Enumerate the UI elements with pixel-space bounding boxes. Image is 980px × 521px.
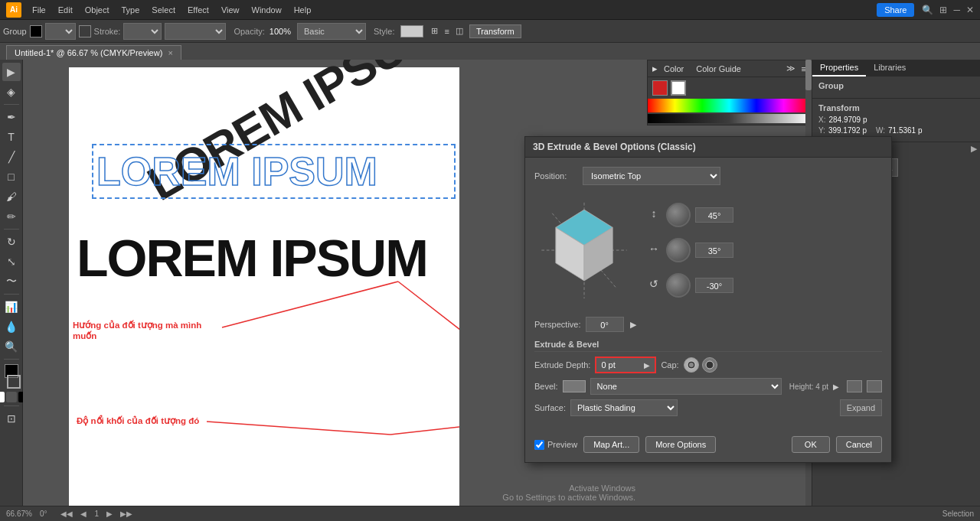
rot-z-dial[interactable]: [666, 273, 691, 298]
rot-x-value[interactable]: 45°: [695, 207, 733, 223]
stroke-weight-select[interactable]: [123, 23, 162, 40]
paintbrush-tool[interactable]: 🖌: [2, 187, 21, 206]
color-panel: ▸ Color Color Guide ≫ ≡: [647, 60, 812, 125]
document-tab[interactable]: Untitled-1* @ 66.67 % (CMYK/Preview) ×: [6, 45, 181, 60]
search-icon[interactable]: 🔍: [922, 5, 933, 15]
preview-label[interactable]: Preview: [534, 440, 577, 450]
line-tool[interactable]: ╱: [2, 148, 21, 166]
color-lightness-bar[interactable]: [648, 114, 811, 123]
window-icon[interactable]: ⊞: [939, 5, 947, 15]
align-icon[interactable]: ≡: [444, 27, 449, 36]
bevel-up-btn[interactable]: [847, 380, 862, 392]
normal-mode-btn[interactable]: [0, 392, 5, 402]
menu-file[interactable]: File: [28, 4, 51, 16]
color-guide-tab[interactable]: Color Guide: [696, 64, 741, 73]
menu-effect[interactable]: Effect: [183, 4, 214, 16]
height-expand-btn[interactable]: ▶: [833, 383, 839, 391]
screen-mode-btn[interactable]: ⊡: [2, 409, 21, 428]
transform-icon[interactable]: ⊞: [431, 26, 438, 36]
rot-y-value[interactable]: 35°: [695, 243, 733, 258]
perspective-value[interactable]: 0°: [586, 317, 624, 332]
prev-page-btn[interactable]: ◀◀: [60, 510, 73, 518]
rot-z-value[interactable]: -30°: [695, 278, 733, 293]
stroke-color-box[interactable]: [671, 80, 686, 96]
close-icon[interactable]: ✕: [966, 5, 974, 15]
next-page-btn[interactable]: ▶▶: [120, 510, 132, 518]
position-select[interactable]: Isometric Top Isometric Bottom Isometric…: [583, 167, 720, 185]
menu-select[interactable]: Select: [147, 4, 180, 16]
properties-tab[interactable]: Properties: [812, 60, 866, 77]
more-options-button[interactable]: More Options: [645, 436, 716, 453]
tab-close-button[interactable]: ×: [168, 48, 172, 57]
pathfinder-icon[interactable]: ◫: [456, 26, 463, 36]
scale-tool[interactable]: ⤡: [2, 252, 21, 271]
cancel-button[interactable]: Cancel: [836, 436, 882, 453]
graph-tool[interactable]: 📊: [2, 298, 21, 316]
zoom-tool[interactable]: 🔍: [2, 337, 21, 356]
cap-btn-filled[interactable]: [684, 357, 699, 373]
lorem-selected-box[interactable]: LOREM IPSUM: [92, 144, 456, 199]
map-art-button[interactable]: Map Art...: [583, 436, 639, 453]
color-spectrum-bar[interactable]: [648, 99, 811, 112]
menu-window[interactable]: Window: [247, 4, 286, 16]
fill-type-select[interactable]: [45, 23, 76, 40]
share-button[interactable]: Share: [877, 3, 914, 17]
bevel-down-btn[interactable]: [867, 380, 882, 392]
zoom-level[interactable]: 66.67%: [6, 510, 32, 518]
menu-help[interactable]: Help: [289, 4, 316, 16]
rot-y-dial[interactable]: [666, 238, 691, 262]
width-value: 71.5361 p: [888, 126, 923, 135]
style-swatch[interactable]: [400, 25, 423, 37]
extrude-depth-arrow[interactable]: ▶: [644, 361, 650, 370]
minimize-icon[interactable]: ─: [953, 5, 960, 15]
menu-object[interactable]: Object: [80, 4, 114, 16]
rot-y-row: ↔ 35°: [646, 238, 882, 262]
menu-type[interactable]: Type: [117, 4, 145, 16]
type-tool[interactable]: T: [2, 128, 21, 146]
menu-view[interactable]: View: [217, 4, 244, 16]
perspective-expand-btn[interactable]: ▶: [630, 320, 636, 330]
stroke-style-select[interactable]: [165, 23, 226, 40]
left-toolbar: ▶ ◈ ✒ T ╱ □ 🖌 ✏ ↻ ⤡ 〜 📊 💧 🔍 ⊡ ···: [0, 60, 23, 521]
fill-color-box[interactable]: [652, 80, 668, 96]
svg-point-11: [689, 363, 694, 367]
color-swatches-row: [648, 77, 811, 99]
expand-button[interactable]: Expand: [840, 399, 882, 416]
dialog-title: 3D Extrude & Bevel Options (Classic): [533, 142, 696, 152]
preview-checkbox[interactable]: [534, 440, 544, 450]
eyedropper-tool[interactable]: 💧: [2, 317, 21, 336]
dialog-3d-extrude: 3D Extrude & Bevel Options (Classic) Pos…: [524, 136, 892, 463]
back-btn[interactable]: ◀: [80, 510, 87, 518]
scroll-thumb-v[interactable]: [805, 60, 812, 90]
color-panel-more[interactable]: ≫: [786, 63, 795, 73]
lorem-selected-text: LOREM IPSUM: [96, 149, 377, 194]
shape-tool[interactable]: □: [2, 168, 21, 186]
rotate-tool[interactable]: ↻: [2, 233, 21, 251]
mask-mode-btn[interactable]: [6, 392, 17, 402]
surface-select[interactable]: Wireframe No Shading Diffuse Shading Pla…: [570, 399, 678, 416]
menu-edit[interactable]: Edit: [54, 4, 77, 16]
pen-tool[interactable]: ✒: [2, 108, 21, 126]
cap-btn-open[interactable]: [702, 357, 717, 373]
fill-swatch[interactable]: [30, 25, 42, 37]
next-btn[interactable]: ▶: [106, 510, 113, 518]
color-panel-expand[interactable]: ▸: [652, 63, 658, 74]
rot-x-dial[interactable]: [666, 203, 691, 227]
color-panel-header: ▸ Color Color Guide ≫ ≡: [648, 60, 811, 77]
basic-select[interactable]: Basic: [297, 23, 366, 40]
select-tool[interactable]: ▶: [2, 63, 21, 81]
extrude-depth-input[interactable]: 0 pt ▶: [595, 357, 656, 373]
panel-collapse-btn[interactable]: ▶: [971, 144, 977, 154]
transform-button[interactable]: Transform: [469, 24, 521, 38]
direct-select-tool[interactable]: ◈: [2, 83, 21, 101]
cube-preview-svg: [534, 191, 634, 310]
bevel-select[interactable]: None Classic Round Inflate: [590, 378, 782, 395]
stroke-box[interactable]: [7, 375, 21, 389]
pencil-tool[interactable]: ✏: [2, 207, 21, 226]
warp-tool[interactable]: 〜: [2, 272, 21, 291]
stroke-swatch[interactable]: [79, 25, 91, 37]
libraries-tab[interactable]: Libraries: [866, 60, 913, 77]
ok-button[interactable]: OK: [792, 436, 830, 453]
x-value: 284.9709 p: [828, 116, 867, 124]
tool-separator-5: [4, 405, 19, 406]
